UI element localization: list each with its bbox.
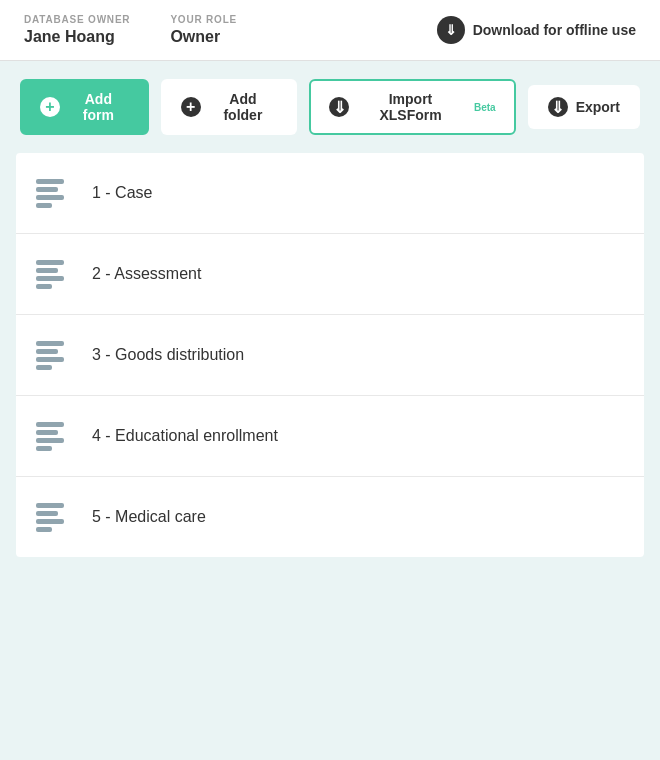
- add-form-button[interactable]: + Add form: [20, 79, 149, 135]
- role-block: YOUR ROLE Owner: [170, 14, 237, 46]
- export-button[interactable]: ⇓ Export: [528, 85, 640, 129]
- add-form-label: Add form: [68, 91, 129, 123]
- export-label: Export: [576, 99, 620, 115]
- top-bar-meta: DATABASE OWNER Jane Hoang YOUR ROLE Owne…: [24, 14, 237, 46]
- download-button[interactable]: ⇓ Download for offline use: [437, 16, 636, 44]
- forms-list: 1 - Case 2 - Assessment 3 - Goods distri…: [16, 153, 644, 557]
- list-item[interactable]: 3 - Goods distribution: [16, 315, 644, 396]
- role-label: YOUR ROLE: [170, 14, 237, 25]
- list-item[interactable]: 4 - Educational enrollment: [16, 396, 644, 477]
- beta-badge: Beta: [474, 102, 496, 113]
- top-bar: DATABASE OWNER Jane Hoang YOUR ROLE Owne…: [0, 0, 660, 61]
- form-icon: [36, 337, 72, 373]
- db-owner-value: Jane Hoang: [24, 28, 130, 46]
- form-name: 1 - Case: [92, 184, 152, 202]
- form-icon: [36, 418, 72, 454]
- add-folder-label: Add folder: [209, 91, 277, 123]
- import-xlsform-button[interactable]: ⇓ Import XLSFormBeta: [309, 79, 516, 135]
- add-folder-button[interactable]: + Add folder: [161, 79, 297, 135]
- toolbar: + Add form + Add folder ⇓ Import XLSForm…: [0, 61, 660, 153]
- form-name: 2 - Assessment: [92, 265, 201, 283]
- form-icon: [36, 256, 72, 292]
- download-label: Download for offline use: [473, 22, 636, 38]
- form-name: 4 - Educational enrollment: [92, 427, 278, 445]
- db-owner-label: DATABASE OWNER: [24, 14, 130, 25]
- form-name: 5 - Medical care: [92, 508, 206, 526]
- export-icon: ⇓: [548, 97, 568, 117]
- list-item[interactable]: 2 - Assessment: [16, 234, 644, 315]
- import-icon: ⇓: [329, 97, 349, 117]
- db-owner-block: DATABASE OWNER Jane Hoang: [24, 14, 130, 46]
- list-item[interactable]: 5 - Medical care: [16, 477, 644, 557]
- form-icon: [36, 499, 72, 535]
- form-name: 3 - Goods distribution: [92, 346, 244, 364]
- add-form-icon: +: [40, 97, 60, 117]
- form-icon: [36, 175, 72, 211]
- role-value: Owner: [170, 28, 237, 46]
- add-folder-icon: +: [181, 97, 201, 117]
- list-item[interactable]: 1 - Case: [16, 153, 644, 234]
- download-icon: ⇓: [437, 16, 465, 44]
- import-label: Import XLSForm: [357, 91, 464, 123]
